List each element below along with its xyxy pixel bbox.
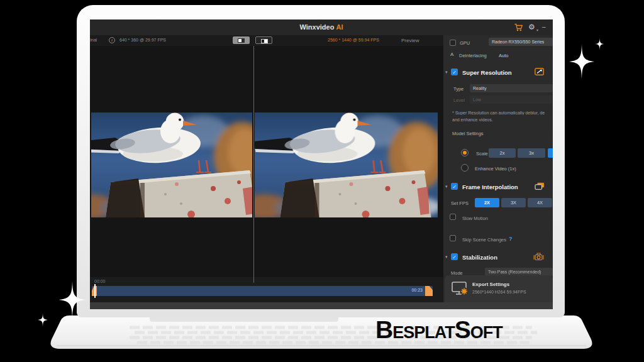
- split-left-icon: [238, 38, 245, 43]
- app-title-ai: AI: [336, 23, 343, 31]
- frames-icon: [535, 182, 545, 190]
- type-dropdown[interactable]: Reality: [470, 84, 553, 92]
- super-resolution-note-line2: and enhance videos.: [452, 118, 553, 122]
- settings-panel: GPU Radeon RX550/550 Series A Deinterlac…: [443, 35, 553, 302]
- super-resolution-checkbox[interactable]: ✓: [451, 69, 458, 75]
- page: Winxvideo AI ⚙ ▾ – Original i 640 * 360 …: [0, 0, 644, 362]
- stabilization-title: Stabilization: [462, 254, 497, 261]
- super-resolution-collapse-icon[interactable]: ▾: [445, 70, 448, 75]
- scale-4x-button[interactable]: 4x: [548, 148, 553, 158]
- level-label: Level: [453, 97, 465, 103]
- scale-3x-button[interactable]: 3x: [518, 148, 545, 158]
- original-resolution: 640 * 360 @ 29.97 FPS: [119, 38, 166, 42]
- model-settings-label: Model Settings: [452, 131, 484, 136]
- preview-toolbar: Original i 640 * 360 @ 29.97 FPS 2560 * …: [90, 35, 443, 46]
- deinterlacing-label: Deinterlacing: [459, 53, 487, 58]
- scale-radio[interactable]: [461, 149, 469, 156]
- sparkle-icon: [594, 38, 605, 50]
- compare-divider-handle[interactable]: [253, 46, 255, 283]
- stabilization-checkbox[interactable]: ✓: [451, 253, 458, 260]
- level-dropdown: Low: [470, 96, 553, 104]
- frame-interpolation-checkbox[interactable]: ✓: [451, 183, 458, 190]
- gpu-checkbox[interactable]: [450, 40, 456, 46]
- skip-scene-label: Skip Scene Changes: [462, 237, 506, 243]
- fps-3x-button[interactable]: 3X: [501, 198, 526, 207]
- timeline: 00:00 00:23: [90, 277, 443, 302]
- compare-left-toggle[interactable]: [233, 36, 250, 44]
- expand-preview-icon[interactable]: [535, 68, 544, 75]
- besplatsoft-logo: BesplatSoft: [375, 315, 502, 345]
- scale-label: Scale: [476, 151, 488, 156]
- app-title-name: Winxvideo: [300, 23, 335, 31]
- camera-icon: [533, 253, 544, 261]
- export-settings-bar[interactable]: Export Settings 2560*1440 H264 59.94FPS: [445, 275, 553, 302]
- enhance-video-radio[interactable]: [461, 164, 469, 172]
- preview-label: Preview: [401, 38, 419, 43]
- timeline-track[interactable]: 00:23: [92, 286, 433, 296]
- timeline-end-time: 00:23: [411, 288, 423, 292]
- gpu-label: GPU: [460, 40, 470, 46]
- set-fps-label: Set FPS: [451, 200, 469, 206]
- split-right-icon: [261, 39, 268, 43]
- stabilization-collapse-icon[interactable]: ▾: [445, 255, 448, 260]
- preview-resolution: 2560 * 1440 @ 59.94 FPS: [328, 38, 379, 42]
- title-bar: Winxvideo AI ⚙ ▾ –: [90, 19, 553, 35]
- frame-interpolation-collapse-icon[interactable]: ▾: [445, 184, 448, 189]
- settings-caret-icon[interactable]: ▾: [536, 28, 538, 32]
- video-compare-area: [90, 46, 443, 277]
- slow-motion-checkbox[interactable]: [450, 214, 456, 220]
- minimize-button[interactable]: –: [542, 24, 546, 30]
- sparkle-icon: [58, 281, 86, 319]
- super-resolution-title: Super Resolution: [462, 69, 512, 76]
- export-settings-summary: 2560*1440 H264 59.94FPS: [472, 290, 526, 294]
- sparkle-icon: [36, 313, 49, 327]
- skip-scene-help-icon[interactable]: ?: [509, 236, 513, 242]
- sparkle-icon: [568, 44, 596, 79]
- timeline-start-time: 00:00: [94, 279, 106, 283]
- deinterlacing-value[interactable]: Auto: [499, 53, 508, 58]
- preview-video-frame[interactable]: [255, 112, 438, 217]
- fps-4x-button[interactable]: 4X: [528, 198, 552, 207]
- scale-2x-button[interactable]: 2x: [489, 148, 516, 158]
- app-window: Winxvideo AI ⚙ ▾ – Original i 640 * 360 …: [90, 19, 553, 309]
- skip-scene-checkbox[interactable]: [450, 235, 456, 241]
- frame-interpolation-title: Frame Interpolation: [462, 184, 518, 190]
- type-label: Type: [453, 86, 464, 92]
- playhead[interactable]: [94, 284, 96, 298]
- trim-end-handle[interactable]: [425, 286, 433, 296]
- export-settings-title: Export Settings: [472, 282, 509, 287]
- original-video-frame[interactable]: [91, 112, 252, 217]
- info-icon[interactable]: i: [109, 37, 115, 43]
- compare-right-toggle[interactable]: [255, 36, 272, 44]
- export-settings-icon: [451, 281, 469, 296]
- fps-2x-button[interactable]: 2X: [475, 198, 499, 207]
- original-label: Original: [90, 38, 97, 42]
- window-bottom-strip: [90, 302, 553, 309]
- cart-icon[interactable]: [514, 23, 523, 32]
- deinterlacing-icon: A: [450, 52, 453, 57]
- app-title: Winxvideo AI: [90, 19, 553, 35]
- super-resolution-note-line1: * Super Resolution can automatically deb…: [452, 111, 553, 115]
- slow-motion-label: Slow Motion: [462, 216, 488, 221]
- laptop-base: [48, 315, 595, 352]
- gpu-dropdown[interactable]: Radeon RX550/550 Series: [489, 38, 553, 46]
- enhance-video-label: Enhance Video (1x): [475, 166, 516, 172]
